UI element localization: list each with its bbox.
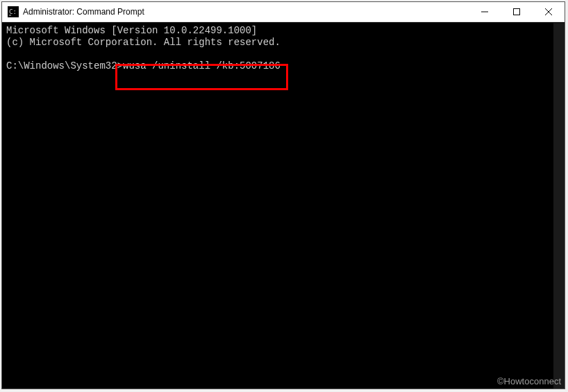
prompt-path: C:\Windows\System32> [6, 60, 123, 71]
svg-text:C:: C: [9, 8, 17, 15]
window-controls [469, 2, 565, 22]
output-line: Microsoft Windows [Version 10.0.22499.10… [6, 25, 560, 37]
minimize-button[interactable] [469, 2, 501, 22]
watermark-text: ©Howtoconnect [497, 376, 561, 386]
command-prompt-window: C: Administrator: Command Prompt Microso… [1, 1, 565, 389]
output-line: (c) Microsoft Corporation. All rights re… [6, 37, 560, 49]
blank-line [6, 49, 560, 60]
window-title: Administrator: Command Prompt [23, 7, 469, 17]
maximize-button[interactable] [501, 2, 533, 22]
app-icon: C: [8, 6, 19, 17]
vertical-scrollbar[interactable] [553, 23, 565, 389]
svg-rect-2 [514, 9, 520, 15]
command-text: wusa /uninstall /kb:5007186 [123, 60, 281, 71]
terminal-output[interactable]: Microsoft Windows [Version 10.0.22499.10… [2, 22, 565, 389]
close-button[interactable] [533, 2, 565, 22]
titlebar[interactable]: C: Administrator: Command Prompt [2, 2, 565, 22]
prompt-line: C:\Windows\System32>wusa /uninstall /kb:… [6, 60, 560, 72]
